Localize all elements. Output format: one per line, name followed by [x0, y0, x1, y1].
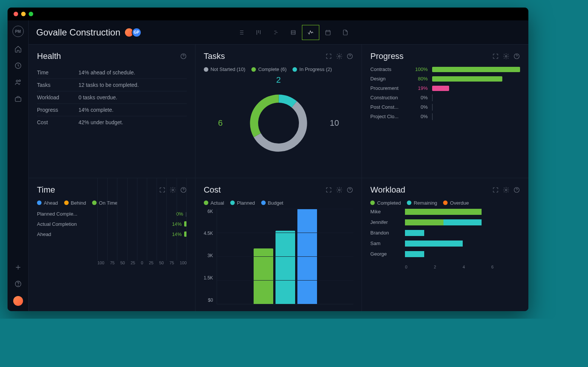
- help-icon[interactable]: [346, 187, 353, 193]
- gear-icon[interactable]: [503, 53, 509, 60]
- workload-bar: [405, 241, 520, 247]
- legend-label: Not Started (10): [211, 66, 246, 72]
- health-value: 0 tasks overdue.: [79, 94, 117, 100]
- user-avatar[interactable]: [13, 296, 23, 306]
- home-icon[interactable]: [14, 45, 23, 54]
- panel-cost: Cost Actual Planned Budget: [195, 178, 362, 311]
- legend-item: Actual: [204, 200, 224, 206]
- sheet-view-icon[interactable]: [285, 25, 302, 40]
- legend-item: Complete (6): [251, 66, 286, 72]
- minimize-window-button[interactable]: [21, 12, 26, 16]
- workload-row: Jennifer: [370, 219, 520, 225]
- panel-title: Workload: [370, 185, 405, 195]
- close-window-button[interactable]: [14, 12, 18, 16]
- axis-tick: $0: [208, 298, 213, 303]
- svg-point-20: [505, 189, 507, 191]
- axis-tick: 25: [131, 261, 135, 265]
- progress-row: Design 80%: [370, 76, 520, 82]
- briefcase-icon[interactable]: [14, 94, 23, 103]
- progress-row: Post Const... 0%: [370, 104, 520, 110]
- time-percent: 14%: [168, 231, 182, 237]
- calendar-view-icon[interactable]: [319, 25, 337, 40]
- people-icon[interactable]: [14, 78, 23, 87]
- progress-row: Project Clo... 0%: [370, 114, 520, 119]
- legend-item: Overdue: [443, 200, 469, 206]
- member-avatars[interactable]: GP: [126, 28, 142, 37]
- axis-tick: 4.5K: [204, 231, 213, 236]
- health-value: 42% under budget.: [79, 119, 123, 125]
- workload-label: George: [370, 251, 400, 257]
- board-view-icon[interactable]: [250, 25, 267, 40]
- panel-title: Cost: [204, 185, 221, 195]
- legend-label: In Progress (2): [299, 66, 332, 72]
- legend-label: Remaining: [414, 200, 437, 206]
- legend-color-dot: [64, 200, 69, 205]
- help-icon[interactable]: [180, 53, 187, 60]
- expand-icon[interactable]: [325, 53, 332, 60]
- dashboard-view-icon[interactable]: [302, 25, 319, 40]
- add-icon[interactable]: [14, 263, 23, 272]
- panel-tasks: Tasks Not Started (10) Complete (6) In P…: [195, 45, 362, 178]
- progress-label: Contracts: [370, 66, 406, 72]
- legend-item: On Time: [92, 200, 117, 206]
- gear-icon[interactable]: [336, 53, 343, 60]
- panel-progress: Progress Contracts 100% Design 80% Procu…: [362, 45, 528, 178]
- time-percent: 14%: [168, 221, 182, 227]
- expand-icon[interactable]: [492, 187, 499, 193]
- files-view-icon[interactable]: [337, 25, 354, 40]
- axis-tick: 1.5K: [204, 275, 213, 281]
- panel-title: Health: [37, 51, 61, 61]
- macos-titlebar: [8, 8, 528, 20]
- progress-percent: 80%: [411, 76, 428, 82]
- progress-label: Project Clo...: [370, 114, 406, 119]
- app-window: PM Govalle Construction GP: [8, 8, 528, 311]
- gear-icon[interactable]: [336, 187, 343, 193]
- expand-icon[interactable]: [492, 53, 499, 60]
- legend-label: Overdue: [450, 200, 469, 206]
- legend-color-dot: [251, 67, 256, 72]
- workload-bar: [405, 230, 520, 236]
- expand-icon[interactable]: [325, 187, 332, 193]
- health-row: Cost 42% under budget.: [37, 116, 187, 128]
- legend-color-dot: [261, 200, 266, 205]
- clock-icon[interactable]: [14, 61, 23, 70]
- axis-tick: 4: [463, 265, 491, 269]
- help-icon[interactable]: [513, 187, 520, 193]
- svg-rect-6: [291, 30, 296, 34]
- donut-value-complete: 6: [218, 118, 223, 128]
- workload-bar: [405, 251, 520, 257]
- panel-title: Tasks: [204, 51, 225, 61]
- axis-tick: 6K: [208, 209, 213, 214]
- help-icon[interactable]: [346, 53, 353, 60]
- panel-title: Progress: [370, 51, 403, 61]
- legend-color-dot: [92, 200, 97, 205]
- gantt-view-icon[interactable]: [267, 25, 285, 40]
- help-icon[interactable]: [513, 53, 520, 60]
- time-row: Planned Comple... 0% |: [37, 211, 187, 217]
- list-view-icon[interactable]: [232, 25, 250, 40]
- svg-point-16: [172, 189, 174, 191]
- legend-label: Budget: [268, 200, 283, 206]
- legend-label: Ahead: [44, 200, 58, 206]
- help-icon[interactable]: [14, 279, 23, 288]
- legend-color-dot: [370, 200, 375, 205]
- app-logo[interactable]: PM: [12, 26, 24, 37]
- workload-row: Sam: [370, 241, 520, 247]
- gear-icon[interactable]: [169, 187, 176, 193]
- gear-icon[interactable]: [503, 187, 509, 193]
- axis-tick: 50: [159, 261, 164, 265]
- maximize-window-button[interactable]: [29, 12, 33, 16]
- axis-tick: 75: [169, 261, 174, 265]
- workload-bar: [405, 209, 520, 215]
- expand-icon[interactable]: [159, 187, 166, 193]
- workload-segment: [443, 219, 482, 225]
- panel-time: Time Ahead Behind On Time: [29, 178, 195, 311]
- help-icon[interactable]: [180, 187, 187, 193]
- cost-bar: [254, 248, 273, 304]
- progress-bar: [432, 95, 520, 100]
- progress-label: Design: [370, 76, 406, 82]
- svg-rect-7: [326, 30, 330, 35]
- legend-label: Behind: [71, 200, 86, 206]
- axis-tick: 25: [149, 261, 153, 265]
- legend-color-dot: [37, 200, 42, 205]
